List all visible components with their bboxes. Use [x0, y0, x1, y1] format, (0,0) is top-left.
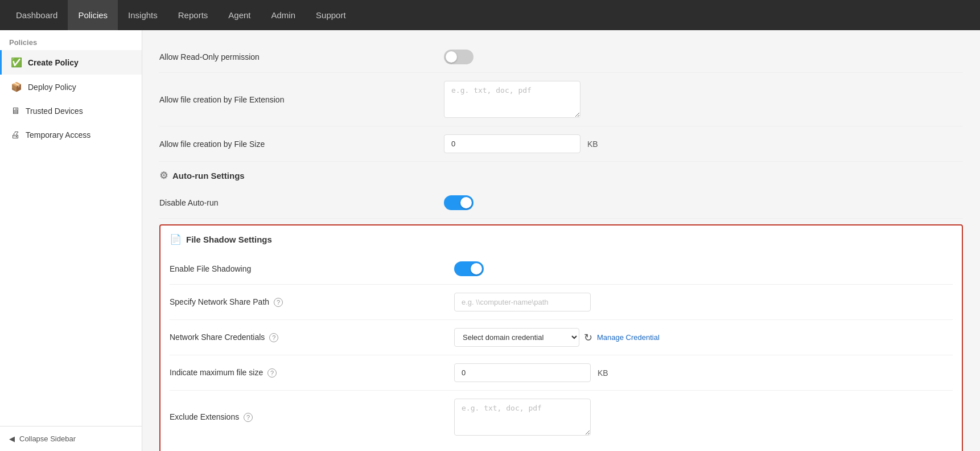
refresh-credentials-icon[interactable]: ↻	[584, 331, 592, 344]
enable-file-shadowing-toggle[interactable]	[454, 261, 484, 276]
nav-reports[interactable]: Reports	[168, 0, 219, 30]
sidebar-section-label: Policies	[0, 30, 142, 50]
setting-file-creation-size: Allow file creation by File Size KB	[159, 126, 963, 162]
nav-support[interactable]: Support	[306, 0, 356, 30]
disable-autorun-control	[444, 195, 473, 210]
setting-max-file-size: Indicate maximum file size ? KB	[170, 355, 953, 391]
collapse-sidebar-button[interactable]: ◀ Collapse Sidebar	[0, 426, 142, 451]
max-file-size-control: KB	[454, 363, 608, 382]
enable-file-shadowing-control	[454, 261, 484, 276]
auto-run-section-header: ⚙ Auto-run Settings	[159, 162, 963, 187]
file-creation-ext-input[interactable]	[444, 81, 580, 118]
enable-file-shadowing-label: Enable File Shadowing	[170, 264, 454, 273]
deploy-policy-icon: 📦	[11, 81, 22, 92]
file-creation-ext-label: Allow file creation by File Extension	[159, 95, 444, 104]
sidebar-top: Policies ✅ Create Policy 📦 Deploy Policy…	[0, 30, 142, 147]
exclude-extensions-input[interactable]	[454, 399, 591, 436]
network-share-path-input[interactable]	[454, 293, 591, 311]
setting-allow-readonly: Allow Read-Only permission	[159, 42, 963, 73]
disable-autorun-label: Disable Auto-run	[159, 198, 444, 207]
nav-policies[interactable]: Policies	[68, 0, 118, 30]
setting-network-share-credentials: Network Share Credentials ? Select domai…	[170, 320, 953, 355]
nav-agent[interactable]: Agent	[218, 0, 261, 30]
file-shadow-section-label: File Shadow Settings	[186, 235, 272, 244]
file-creation-size-input[interactable]	[444, 134, 580, 153]
sidebar-item-trusted-devices[interactable]: 🖥 Trusted Devices	[0, 99, 142, 123]
collapse-sidebar-label: Collapse Sidebar	[19, 434, 76, 443]
sidebar-item-label-deploy-policy: Deploy Policy	[28, 83, 76, 92]
sidebar: Policies ✅ Create Policy 📦 Deploy Policy…	[0, 30, 142, 451]
exclude-extensions-help-icon[interactable]: ?	[244, 413, 253, 422]
network-share-credentials-control: Select domain credential ↻ Manage Creden…	[454, 328, 660, 347]
manage-credential-link[interactable]: Manage Credential	[597, 333, 660, 342]
sidebar-item-temporary-access[interactable]: 🖨 Temporary Access	[0, 123, 142, 147]
max-file-size-help-icon[interactable]: ?	[267, 368, 277, 378]
auto-run-section-label: Auto-run Settings	[172, 171, 245, 181]
auto-run-section-icon: ⚙	[159, 170, 168, 182]
main-content: Allow Read-Only permission Allow file cr…	[142, 30, 980, 451]
sidebar-item-create-policy[interactable]: ✅ Create Policy	[0, 50, 142, 75]
setting-disable-autorun: Disable Auto-run	[159, 187, 963, 219]
file-creation-ext-control	[444, 81, 580, 118]
file-shadow-section-icon: 📄	[170, 233, 182, 245]
max-file-size-unit: KB	[598, 368, 608, 378]
sidebar-item-label-trusted-devices: Trusted Devices	[26, 106, 83, 116]
allow-readonly-label: Allow Read-Only permission	[159, 52, 444, 62]
network-share-path-control	[454, 293, 591, 311]
nav-admin[interactable]: Admin	[261, 0, 306, 30]
file-creation-size-label: Allow file creation by File Size	[159, 140, 444, 149]
setting-exclude-extensions: Exclude Extensions ?	[170, 391, 953, 444]
network-share-path-label: Specify Network Share Path ?	[170, 297, 454, 307]
network-share-path-help-icon[interactable]: ?	[274, 298, 283, 307]
network-share-credentials-help-icon[interactable]: ?	[269, 333, 278, 342]
file-shadow-section-header: 📄 File Shadow Settings	[170, 226, 953, 251]
allow-readonly-control	[444, 50, 473, 64]
create-policy-icon: ✅	[11, 57, 22, 68]
nav-insights[interactable]: Insights	[118, 0, 168, 30]
main-layout: Policies ✅ Create Policy 📦 Deploy Policy…	[0, 30, 980, 451]
allow-readonly-toggle[interactable]	[444, 50, 473, 64]
setting-network-share-path: Specify Network Share Path ?	[170, 285, 953, 320]
file-shadow-settings-box: 📄 File Shadow Settings Enable File Shado…	[159, 224, 963, 451]
setting-enable-file-shadowing: Enable File Shadowing	[170, 253, 953, 285]
trusted-devices-icon: 🖥	[11, 106, 20, 116]
exclude-extensions-control	[454, 399, 591, 436]
file-creation-size-unit: KB	[587, 140, 598, 149]
max-file-size-label: Indicate maximum file size ?	[170, 368, 454, 378]
max-file-size-input[interactable]	[454, 363, 591, 382]
sidebar-item-deploy-policy[interactable]: 📦 Deploy Policy	[0, 75, 142, 99]
sidebar-item-label-temporary-access: Temporary Access	[26, 130, 90, 140]
temporary-access-icon: 🖨	[11, 130, 20, 140]
network-share-credentials-label: Network Share Credentials ?	[170, 333, 454, 342]
exclude-extensions-label: Exclude Extensions ?	[170, 412, 454, 422]
nav-dashboard[interactable]: Dashboard	[6, 0, 68, 30]
setting-file-creation-ext: Allow file creation by File Extension	[159, 73, 963, 126]
sidebar-item-label-create-policy: Create Policy	[28, 58, 79, 67]
file-creation-size-control: KB	[444, 134, 598, 153]
network-share-credentials-select[interactable]: Select domain credential	[454, 328, 579, 347]
disable-autorun-toggle[interactable]	[444, 195, 473, 210]
top-navigation: Dashboard Policies Insights Reports Agen…	[0, 0, 980, 30]
collapse-sidebar-icon: ◀	[9, 434, 15, 443]
